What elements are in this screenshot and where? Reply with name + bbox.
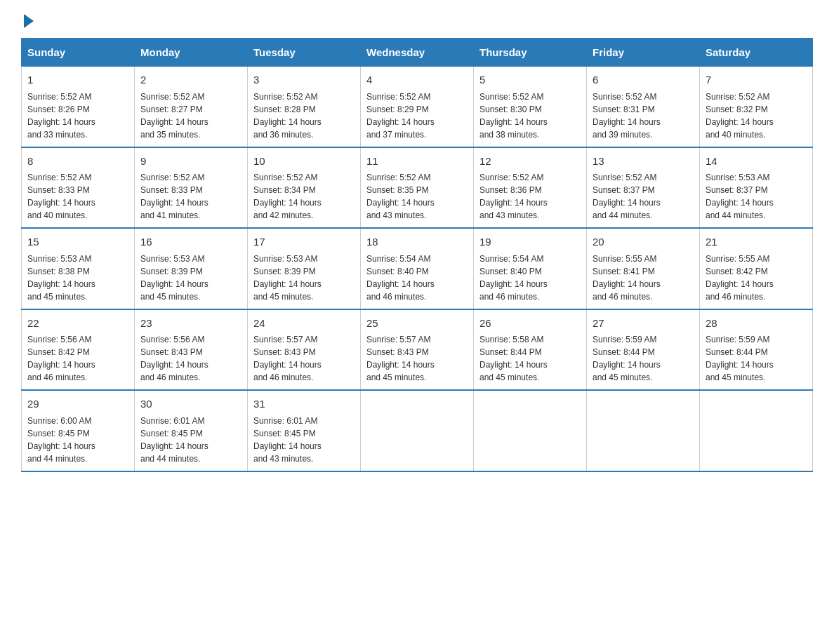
calendar-table: SundayMondayTuesdayWednesdayThursdayFrid… [21,38,813,472]
daylight-info: Daylight: 14 hoursand 45 minutes. [706,360,774,382]
sunset-info: Sunset: 8:45 PM [27,429,90,438]
sunrise-info: Sunrise: 5:59 AM [593,335,656,344]
day-number: 20 [593,234,694,250]
day-number: 2 [140,72,241,88]
day-number: 28 [706,316,807,332]
calendar-week-row: 29Sunrise: 6:00 AMSunset: 8:45 PMDayligh… [22,390,813,471]
calendar-cell [361,390,474,471]
daylight-info: Daylight: 14 hoursand 46 minutes. [140,360,208,382]
calendar-cell: 25Sunrise: 5:57 AMSunset: 8:43 PMDayligh… [361,309,474,391]
daylight-info: Daylight: 14 hoursand 44 minutes. [140,441,208,464]
sunset-info: Sunset: 8:39 PM [140,267,203,276]
sunset-info: Sunset: 8:34 PM [253,185,316,195]
calendar-cell: 1Sunrise: 5:52 AMSunset: 8:26 PMDaylight… [22,66,135,147]
sunset-info: Sunset: 8:37 PM [593,185,655,195]
sunrise-info: Sunrise: 5:56 AM [27,335,91,344]
sunset-info: Sunset: 8:35 PM [366,185,429,195]
sunset-info: Sunset: 8:42 PM [706,267,768,276]
header-tuesday: Tuesday [248,39,361,66]
daylight-info: Daylight: 14 hoursand 46 minutes. [706,279,774,302]
daylight-info: Daylight: 14 hoursand 44 minutes. [593,198,661,220]
daylight-info: Daylight: 14 hoursand 45 minutes. [479,360,548,382]
sunrise-info: Sunrise: 5:52 AM [27,173,91,182]
day-number: 24 [253,316,355,332]
sunrise-info: Sunrise: 6:00 AM [27,416,91,426]
calendar-week-row: 1Sunrise: 5:52 AMSunset: 8:26 PMDaylight… [22,66,813,147]
calendar-cell: 17Sunrise: 5:53 AMSunset: 8:39 PMDayligh… [248,228,361,309]
day-number: 1 [27,72,128,88]
sunrise-info: Sunrise: 5:52 AM [140,173,204,182]
header-sunday: Sunday [22,39,135,66]
day-number: 23 [140,316,241,332]
sunrise-info: Sunrise: 5:54 AM [366,254,430,264]
calendar-cell: 24Sunrise: 5:57 AMSunset: 8:43 PMDayligh… [248,309,361,391]
sunrise-info: Sunrise: 5:52 AM [479,92,543,102]
sunset-info: Sunset: 8:44 PM [479,347,542,357]
calendar-cell: 19Sunrise: 5:54 AMSunset: 8:40 PMDayligh… [474,228,587,309]
calendar-cell: 23Sunrise: 5:56 AMSunset: 8:43 PMDayligh… [135,309,248,391]
calendar-week-row: 15Sunrise: 5:53 AMSunset: 8:38 PMDayligh… [22,228,813,309]
header-saturday: Saturday [700,39,813,66]
daylight-info: Daylight: 14 hoursand 45 minutes. [593,360,661,382]
sunset-info: Sunset: 8:31 PM [593,105,655,114]
sunrise-info: Sunrise: 5:59 AM [706,335,769,344]
calendar-cell: 3Sunrise: 5:52 AMSunset: 8:28 PMDaylight… [248,66,361,147]
sunrise-info: Sunrise: 5:52 AM [27,92,91,102]
daylight-info: Daylight: 14 hoursand 46 minutes. [253,360,322,382]
sunset-info: Sunset: 8:29 PM [366,105,429,114]
calendar-week-row: 22Sunrise: 5:56 AMSunset: 8:42 PMDayligh… [22,309,813,391]
daylight-info: Daylight: 14 hoursand 40 minutes. [27,198,95,220]
calendar-cell: 16Sunrise: 5:53 AMSunset: 8:39 PMDayligh… [135,228,248,309]
calendar-cell: 15Sunrise: 5:53 AMSunset: 8:38 PMDayligh… [22,228,135,309]
daylight-info: Daylight: 14 hoursand 40 minutes. [706,117,774,140]
sunrise-info: Sunrise: 5:52 AM [366,173,430,182]
header-thursday: Thursday [474,39,587,66]
sunset-info: Sunset: 8:40 PM [479,267,542,276]
sunset-info: Sunset: 8:28 PM [253,105,316,114]
calendar-cell: 6Sunrise: 5:52 AMSunset: 8:31 PMDaylight… [587,66,700,147]
sunrise-info: Sunrise: 5:52 AM [366,92,430,102]
sunrise-info: Sunrise: 5:52 AM [706,92,769,102]
sunrise-info: Sunrise: 5:52 AM [140,92,204,102]
day-number: 6 [593,72,694,88]
calendar-cell [587,390,700,471]
sunrise-info: Sunrise: 5:52 AM [253,92,317,102]
calendar-cell [700,390,813,471]
day-number: 27 [593,316,694,332]
daylight-info: Daylight: 14 hoursand 45 minutes. [140,279,208,302]
calendar-cell [474,390,587,471]
day-number: 14 [706,154,807,170]
calendar-cell: 4Sunrise: 5:52 AMSunset: 8:29 PMDaylight… [361,66,474,147]
logo [21,14,34,28]
daylight-info: Daylight: 14 hoursand 37 minutes. [366,117,435,140]
day-number: 5 [479,72,581,88]
day-number: 11 [366,154,468,170]
daylight-info: Daylight: 14 hoursand 46 minutes. [27,360,95,382]
day-number: 19 [479,234,581,250]
calendar-cell: 21Sunrise: 5:55 AMSunset: 8:42 PMDayligh… [700,228,813,309]
header-friday: Friday [587,39,700,66]
sunset-info: Sunset: 8:44 PM [706,347,768,357]
daylight-info: Daylight: 14 hoursand 35 minutes. [140,117,208,140]
day-number: 3 [253,72,355,88]
calendar-cell: 2Sunrise: 5:52 AMSunset: 8:27 PMDaylight… [135,66,248,147]
day-number: 8 [27,154,128,170]
day-number: 10 [253,154,355,170]
calendar-cell: 22Sunrise: 5:56 AMSunset: 8:42 PMDayligh… [22,309,135,391]
logo-arrow-icon [24,14,34,28]
calendar-cell: 20Sunrise: 5:55 AMSunset: 8:41 PMDayligh… [587,228,700,309]
daylight-info: Daylight: 14 hoursand 42 minutes. [253,198,322,220]
sunrise-info: Sunrise: 5:52 AM [593,173,656,182]
header-monday: Monday [135,39,248,66]
calendar-cell: 14Sunrise: 5:53 AMSunset: 8:37 PMDayligh… [700,147,813,229]
sunset-info: Sunset: 8:33 PM [27,185,90,195]
day-number: 16 [140,234,241,250]
calendar-cell: 28Sunrise: 5:59 AMSunset: 8:44 PMDayligh… [700,309,813,391]
sunrise-info: Sunrise: 5:54 AM [479,254,543,264]
daylight-info: Daylight: 14 hoursand 33 minutes. [27,117,95,140]
sunset-info: Sunset: 8:39 PM [253,267,316,276]
day-number: 18 [366,234,468,250]
sunrise-info: Sunrise: 6:01 AM [140,416,204,426]
sunset-info: Sunset: 8:41 PM [593,267,655,276]
daylight-info: Daylight: 14 hoursand 39 minutes. [593,117,661,140]
